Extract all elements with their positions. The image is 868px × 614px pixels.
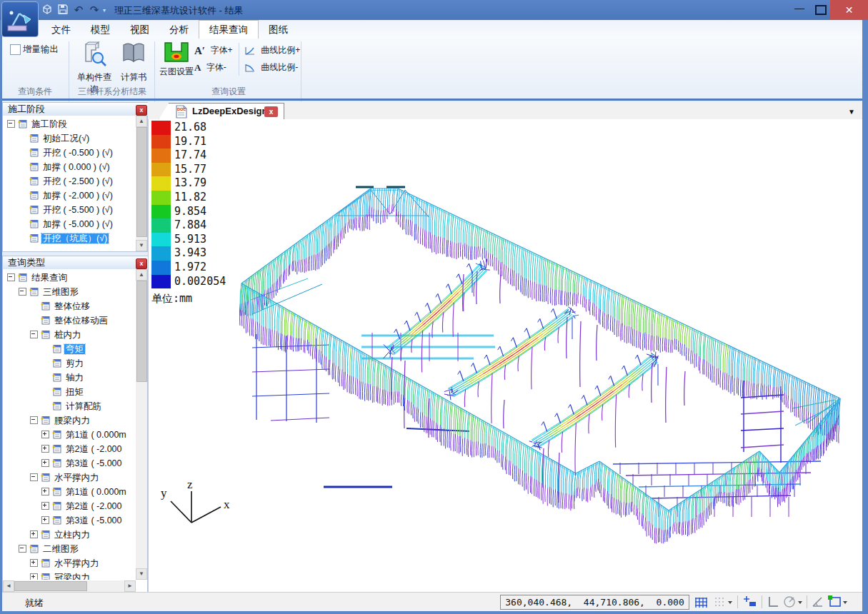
query-panel-header[interactable]: 查询类型 x <box>2 256 153 270</box>
expand-icon[interactable] <box>41 488 49 495</box>
expand-icon[interactable] <box>41 431 49 438</box>
tree-item[interactable]: ✦三维图形 <box>3 285 135 299</box>
app-logo-button[interactable] <box>1 1 39 37</box>
expand-icon[interactable] <box>41 502 49 510</box>
group-caption-query-condition: 查询条件 <box>6 86 64 98</box>
tree-item[interactable]: ✦开挖 ( -5.500 ) (√) <box>3 203 135 217</box>
tree-item[interactable]: ✦加撑 ( -2.000 ) (√) <box>3 188 135 203</box>
tree-item[interactable]: ✦结果查询 <box>3 271 135 285</box>
scroll-right-icon[interactable]: ► <box>124 580 136 592</box>
ortho-mode-icon[interactable] <box>766 594 780 610</box>
expand-icon[interactable] <box>30 559 38 567</box>
scroll-thumb[interactable] <box>136 281 147 382</box>
stage-panel-header[interactable]: 施工阶段 x <box>2 102 153 116</box>
query-tree-hscrollbar[interactable]: ◄ ► <box>3 580 136 592</box>
tree-item[interactable]: ✦开挖 ( -2.500 ) (√) <box>3 174 135 188</box>
expand-icon[interactable] <box>30 530 38 538</box>
tree-item[interactable]: ✦水平撑内力 <box>3 470 135 485</box>
font-minus-button[interactable]: A 字体- <box>194 60 226 74</box>
tree-item[interactable]: ✦弯矩 <box>3 342 135 356</box>
scroll-thumb[interactable] <box>136 127 147 237</box>
tree-item[interactable]: ✦立柱内力 <box>3 528 135 542</box>
stage-tree-vscrollbar[interactable]: ▲ ▼ <box>136 116 147 251</box>
tree-item[interactable]: ✦剪力 <box>3 356 135 371</box>
collapse-icon[interactable] <box>7 120 15 128</box>
tree-item[interactable]: ✦桩内力 <box>3 328 135 342</box>
document-tab[interactable]: DOC LzDeepExDesign10 x <box>159 103 284 120</box>
stage-panel-close-icon[interactable]: x <box>136 105 147 116</box>
query-panel-close-icon[interactable]: x <box>136 258 147 269</box>
scroll-left-icon[interactable]: ◄ <box>3 580 14 592</box>
tree-item[interactable]: ✦二维图形 <box>3 542 135 556</box>
tree-item[interactable]: ✦第2道 ( -2.000 <box>3 442 135 456</box>
query-tree: ✦结果查询✦三维图形✦整体位移✦整体位移动画✦桩内力✦弯矩✦剪力✦轴力✦扭矩✦计… <box>3 271 135 580</box>
scroll-up-icon[interactable]: ▲ <box>136 269 147 281</box>
tree-item[interactable]: ✦第2道 ( -2.000 <box>3 499 135 513</box>
menu-tab-6[interactable]: 图纸 <box>259 21 298 39</box>
tree-item[interactable]: ✦第3道 ( -5.000 <box>3 456 135 470</box>
tree-item[interactable]: ✦施工阶段 <box>3 117 135 131</box>
tree-item[interactable]: ✦第1道 ( 0.000m <box>3 485 135 499</box>
selection-mode-icon[interactable] <box>826 594 850 610</box>
tree-item[interactable]: ✦整体位移动画 <box>3 313 135 328</box>
tree-item[interactable]: ✦扭矩 <box>3 385 135 399</box>
redo-icon[interactable]: ↷ <box>87 3 101 17</box>
collapse-icon[interactable] <box>30 473 38 481</box>
query-tree-vscrollbar[interactable]: ▲ ▼ <box>136 269 147 580</box>
collapse-icon[interactable] <box>30 331 38 338</box>
menu-tab-2[interactable]: 模型 <box>81 21 120 39</box>
model-viewport[interactable]: zyx <box>148 119 863 592</box>
document-tab-close-icon[interactable]: x <box>264 106 278 117</box>
menu-tab-5[interactable]: 结果查询 <box>199 20 259 39</box>
curve-scale-plus-button[interactable]: 曲线比例+ <box>244 43 300 57</box>
scroll-up-icon[interactable]: ▲ <box>136 116 147 127</box>
incremental-output-label: 增量输出 <box>23 44 59 56</box>
legend-entry: 15.77 <box>151 163 226 177</box>
minimize-button[interactable]: — <box>790 3 809 16</box>
menu-tab-3[interactable]: 视图 <box>120 21 159 39</box>
collapse-icon[interactable] <box>19 545 26 553</box>
save-icon[interactable] <box>56 3 70 17</box>
expand-icon[interactable] <box>41 445 49 453</box>
menu-tab-4[interactable]: 分析 <box>159 21 199 39</box>
tree-item[interactable]: ✦开挖（坑底）(√) <box>3 231 135 246</box>
close-button[interactable]: ✕ <box>830 0 868 20</box>
scroll-thumb[interactable] <box>14 581 87 591</box>
expand-icon[interactable] <box>30 573 38 580</box>
menu-tab-1[interactable]: 文件 <box>41 21 81 39</box>
font-plus-button[interactable]: A′ 字体+ <box>194 43 232 57</box>
scroll-down-icon[interactable]: ▼ <box>136 568 147 580</box>
expand-icon[interactable] <box>41 516 49 524</box>
tree-item[interactable]: ✦腰梁内力 <box>3 413 135 428</box>
angle-snap-icon[interactable] <box>810 594 824 610</box>
maximize-button[interactable] <box>810 3 829 16</box>
undo-icon[interactable]: ↶ <box>71 3 86 17</box>
collapse-icon[interactable] <box>30 416 38 424</box>
expand-icon[interactable] <box>41 459 49 467</box>
tree-item[interactable]: ✦开挖 ( -0.500 ) (√) <box>3 146 135 160</box>
curve-scale-minus-button[interactable]: 曲线比例- <box>244 60 298 74</box>
tree-item[interactable]: ✦第3道 ( -5.000 <box>3 513 135 528</box>
tree-item[interactable]: ✦初始工况(√) <box>3 131 135 146</box>
view-cube-icon[interactable] <box>40 3 54 17</box>
point-snap-icon[interactable] <box>742 594 759 610</box>
grid-snap-icon[interactable] <box>693 594 709 610</box>
collapse-icon[interactable] <box>7 273 15 281</box>
incremental-output-checkbox[interactable] <box>10 44 21 55</box>
tab-list-dropdown-icon[interactable]: ▼ <box>848 108 855 116</box>
tree-item[interactable]: ✦加撑 ( -5.000 ) (√) <box>3 217 135 231</box>
tree-item[interactable]: ✦整体位移 <box>3 299 135 313</box>
tree-item[interactable]: ✦冠梁内力 <box>3 570 135 580</box>
tree-item[interactable]: ✦轴力 <box>3 371 135 385</box>
collapse-icon[interactable] <box>19 288 26 296</box>
calc-report-button[interactable]: 计算书 <box>116 40 151 84</box>
tree-item[interactable]: ✦计算配筋 <box>3 399 135 413</box>
tree-item[interactable]: ✦第1道 ( 0.000m <box>3 428 135 442</box>
tree-item[interactable]: ✦加撑 ( 0.000 ) (√) <box>3 160 135 174</box>
polar-tracking-icon[interactable] <box>782 594 804 610</box>
scroll-down-icon[interactable]: ▼ <box>136 240 147 251</box>
qat-dropdown-icon[interactable]: ▾ <box>103 7 106 14</box>
grid-display-icon[interactable] <box>712 594 734 610</box>
tree-item[interactable]: ✦水平撑内力 <box>3 556 135 570</box>
contour-settings-button[interactable]: 云图设置 <box>159 41 194 78</box>
